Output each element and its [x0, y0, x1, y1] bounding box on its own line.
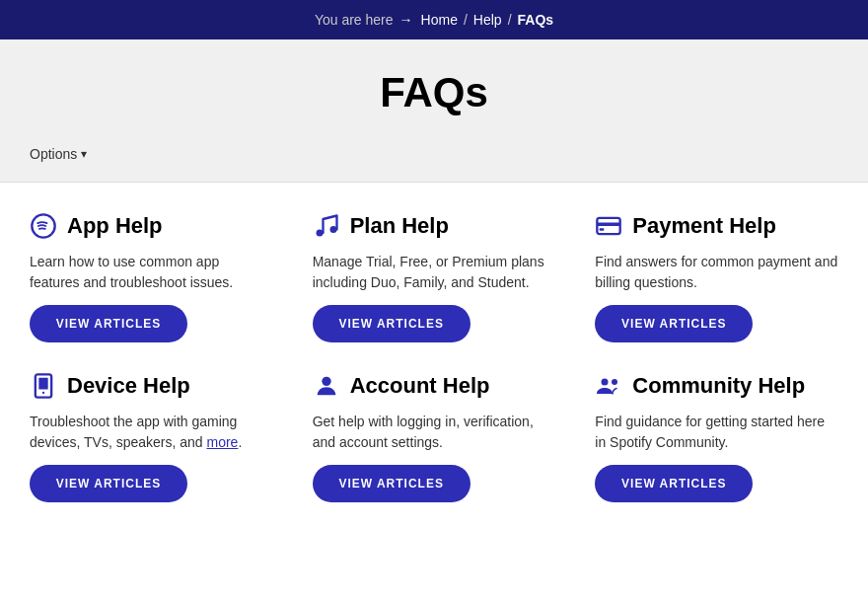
card-community-help-button[interactable]: VIEW ARTICLES [595, 465, 753, 502]
card-community-help: Community Help Find guidance for getting… [595, 372, 838, 502]
card-plan-help-description: Manage Trial, Free, or Premium plans inc… [313, 252, 556, 293]
breadcrumb-arrow: → [399, 12, 413, 28]
card-device-help-description: Troubleshoot the app with gaming devices… [30, 412, 273, 453]
options-bar: Options ▾ [0, 136, 868, 183]
chevron-down-icon: ▾ [81, 147, 87, 161]
user-icon [313, 372, 340, 400]
card-account-help-description: Get help with logging in, verification, … [313, 412, 556, 453]
spotify-icon [30, 212, 57, 240]
card-account-help-title-text: Account Help [350, 373, 490, 399]
breadcrumb-home[interactable]: Home [421, 12, 458, 28]
card-plan-help: Plan Help Manage Trial, Free, or Premium… [313, 212, 556, 342]
card-payment-help-title-text: Payment Help [632, 213, 776, 239]
card-payment-help: Payment Help Find answers for common pay… [595, 212, 838, 342]
card-app-help-title-text: App Help [67, 213, 163, 239]
breadcrumb-sep1: / [464, 12, 468, 28]
community-icon [595, 372, 622, 400]
page-title: FAQs [20, 69, 848, 116]
card-device-help-title: Device Help [30, 372, 273, 400]
card-plan-help-title-text: Plan Help [350, 213, 449, 239]
music-note-icon [313, 212, 340, 240]
breadcrumb-current: FAQs [518, 12, 554, 28]
device-icon [30, 372, 57, 400]
card-account-help-button[interactable]: VIEW ARTICLES [313, 465, 470, 502]
you-are-here-label: You are here [315, 12, 394, 28]
card-app-help-button[interactable]: VIEW ARTICLES [30, 305, 187, 342]
options-button[interactable]: Options ▾ [30, 146, 87, 162]
card-app-help: App Help Learn how to use common app fea… [30, 212, 273, 342]
svg-rect-5 [600, 228, 605, 230]
breadcrumb-sep2: / [508, 12, 512, 28]
main-content: App Help Learn how to use common app fea… [0, 183, 868, 532]
svg-point-11 [612, 379, 617, 385]
card-device-help: Device Help Troubleshoot the app with ga… [30, 372, 273, 502]
svg-point-8 [42, 392, 44, 394]
card-payment-help-button[interactable]: VIEW ARTICLES [595, 305, 753, 342]
svg-rect-7 [38, 378, 47, 390]
more-link[interactable]: more [207, 434, 239, 450]
breadcrumb-help[interactable]: Help [473, 12, 502, 28]
card-account-help-title: Account Help [313, 372, 556, 400]
card-device-help-button[interactable]: VIEW ARTICLES [30, 465, 187, 502]
svg-rect-4 [598, 223, 620, 227]
card-plan-help-button[interactable]: VIEW ARTICLES [313, 305, 470, 342]
credit-card-icon [595, 212, 622, 240]
card-app-help-description: Learn how to use common app features and… [30, 252, 273, 293]
card-payment-help-title: Payment Help [595, 212, 838, 240]
card-payment-help-description: Find answers for common payment and bill… [595, 252, 838, 293]
svg-point-9 [322, 377, 330, 386]
svg-point-10 [602, 379, 609, 386]
card-community-help-title-text: Community Help [632, 373, 805, 399]
svg-point-1 [316, 230, 323, 237]
card-account-help: Account Help Get help with logging in, v… [313, 372, 556, 502]
options-label: Options [30, 146, 77, 162]
card-device-help-title-text: Device Help [67, 373, 190, 399]
card-community-help-description: Find guidance for getting started here i… [595, 412, 838, 453]
cards-grid: App Help Learn how to use common app fea… [30, 212, 838, 502]
page-header: FAQs [0, 39, 868, 136]
card-plan-help-title: Plan Help [313, 212, 556, 240]
card-community-help-title: Community Help [595, 372, 838, 400]
card-app-help-title: App Help [30, 212, 273, 240]
breadcrumb-bar: You are here → Home / Help / FAQs [0, 0, 868, 39]
svg-point-2 [329, 226, 336, 233]
